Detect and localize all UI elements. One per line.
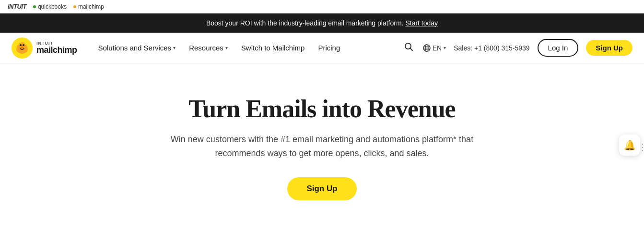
hero-subtitle: Win new customers with the #1 email mark… (169, 133, 476, 160)
brand-bar: INTUIT quickbooks mailchimp (0, 0, 644, 13)
nav-switch-label: Switch to Mailchimp (241, 44, 305, 52)
svg-point-4 (23, 44, 24, 46)
mailchimp-dot (73, 5, 76, 8)
language-selector[interactable]: EN ▾ (423, 44, 446, 52)
hero-title: Turn Emails into Revenue (188, 95, 455, 123)
quickbooks-dot (33, 5, 36, 8)
lang-label: EN (433, 44, 442, 52)
signup-nav-button[interactable]: Sign Up (586, 40, 632, 56)
logo-link[interactable]: INTUIT mailchimp (12, 37, 77, 59)
nav-resources-label: Resources (189, 44, 223, 52)
login-button[interactable]: Log In (538, 39, 579, 57)
floating-widget[interactable]: 🔔 (619, 135, 640, 156)
quickbooks-label: quickbooks (38, 3, 67, 10)
svg-line-9 (410, 49, 412, 51)
nav-resources[interactable]: Resources ▾ (183, 40, 234, 56)
nav-pricing[interactable]: Pricing (312, 40, 346, 56)
widget-dots-icon: ⋮ (638, 142, 644, 152)
intuit-wordmark: INTUIT (8, 3, 26, 10)
svg-point-7 (24, 45, 27, 49)
main-nav: INTUIT mailchimp Solutions and Services … (0, 33, 644, 63)
mailchimp-brand[interactable]: mailchimp (73, 3, 104, 10)
announcement-banner: Boost your ROI with the industry-leading… (0, 13, 644, 33)
resources-chevron-icon: ▾ (225, 45, 228, 50)
nav-links: Solutions and Services ▾ Resources ▾ Swi… (93, 40, 402, 56)
logo-text: INTUIT mailchimp (36, 41, 77, 54)
sales-number: Sales: +1 (800) 315-5939 (454, 44, 529, 52)
quickbooks-brand[interactable]: quickbooks (33, 3, 67, 10)
globe-icon (423, 44, 431, 52)
announcement-cta[interactable]: Start today (405, 19, 438, 27)
nav-switch[interactable]: Switch to Mailchimp (235, 40, 311, 56)
svg-point-6 (17, 45, 20, 49)
notification-icon: 🔔 (624, 139, 636, 151)
lang-chevron-icon: ▾ (444, 45, 446, 50)
search-button[interactable] (402, 40, 415, 56)
svg-point-5 (20, 46, 24, 49)
nav-pricing-label: Pricing (318, 44, 340, 52)
search-icon (404, 42, 413, 51)
solutions-chevron-icon: ▾ (173, 45, 176, 50)
logo-chimp-icon (12, 37, 33, 59)
hero-section: Turn Emails into Revenue Win new custome… (0, 63, 644, 222)
mailchimp-brand-label: mailchimp (78, 3, 104, 10)
announcement-text: Boost your ROI with the industry-leading… (206, 19, 404, 27)
nav-solutions-label: Solutions and Services (98, 44, 172, 52)
nav-actions: EN ▾ Sales: +1 (800) 315-5939 Log In Sig… (402, 39, 632, 57)
svg-point-3 (20, 44, 22, 46)
signup-hero-button[interactable]: Sign Up (287, 177, 356, 200)
nav-solutions[interactable]: Solutions and Services ▾ (93, 40, 182, 56)
logo-mailchimp-text: mailchimp (36, 46, 77, 54)
